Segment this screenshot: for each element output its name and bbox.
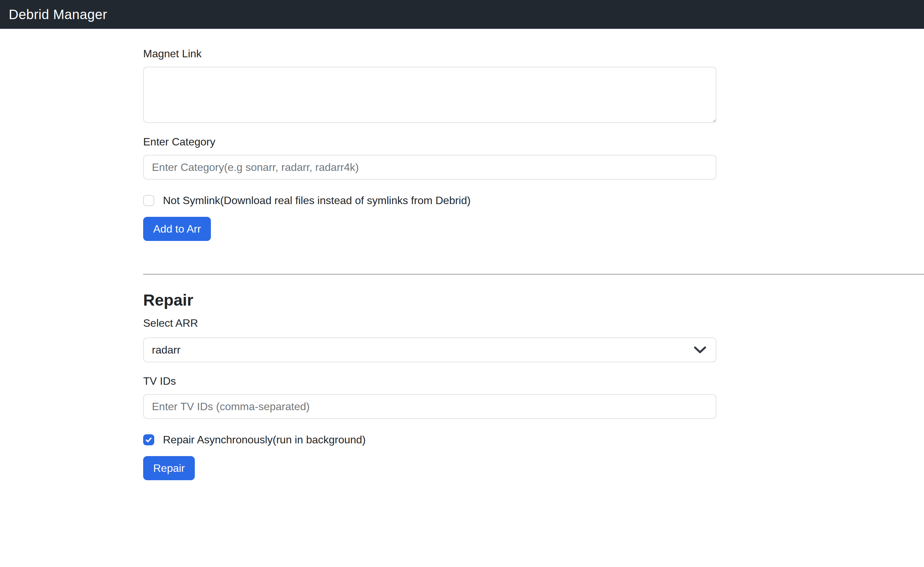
category-input[interactable] bbox=[143, 155, 717, 180]
add-to-arr-section: Magnet Link Enter Category Not Symlink(D… bbox=[143, 48, 924, 241]
tv-ids-input[interactable] bbox=[143, 394, 717, 419]
magnet-link-label: Magnet Link bbox=[143, 48, 924, 60]
not-symlink-label[interactable]: Not Symlink(Download real files instead … bbox=[163, 194, 471, 207]
repair-heading: Repair bbox=[143, 291, 924, 310]
app-header: Debrid Manager bbox=[0, 0, 924, 29]
app-title: Debrid Manager bbox=[0, 7, 107, 22]
arr-select[interactable]: radarr bbox=[143, 338, 717, 362]
tv-ids-label: TV IDs bbox=[143, 375, 924, 387]
select-arr-label: Select ARR bbox=[143, 317, 924, 329]
repair-async-row: Repair Asynchronously(run in background) bbox=[143, 434, 924, 446]
category-label: Enter Category bbox=[143, 136, 924, 148]
arr-select-wrap: radarr bbox=[143, 338, 717, 362]
section-divider bbox=[143, 274, 924, 275]
repair-async-label[interactable]: Repair Asynchronously(run in background) bbox=[163, 434, 366, 446]
not-symlink-checkbox[interactable] bbox=[143, 195, 154, 206]
main-content: Magnet Link Enter Category Not Symlink(D… bbox=[143, 48, 924, 480]
repair-section: Repair Select ARR radarr TV IDs Repair A… bbox=[143, 291, 924, 480]
repair-async-checkbox[interactable] bbox=[143, 434, 154, 446]
add-to-arr-button[interactable]: Add to Arr bbox=[143, 217, 211, 241]
magnet-link-textarea[interactable] bbox=[143, 67, 717, 123]
repair-button[interactable]: Repair bbox=[143, 456, 195, 480]
check-icon bbox=[145, 436, 153, 444]
not-symlink-row: Not Symlink(Download real files instead … bbox=[143, 194, 924, 207]
